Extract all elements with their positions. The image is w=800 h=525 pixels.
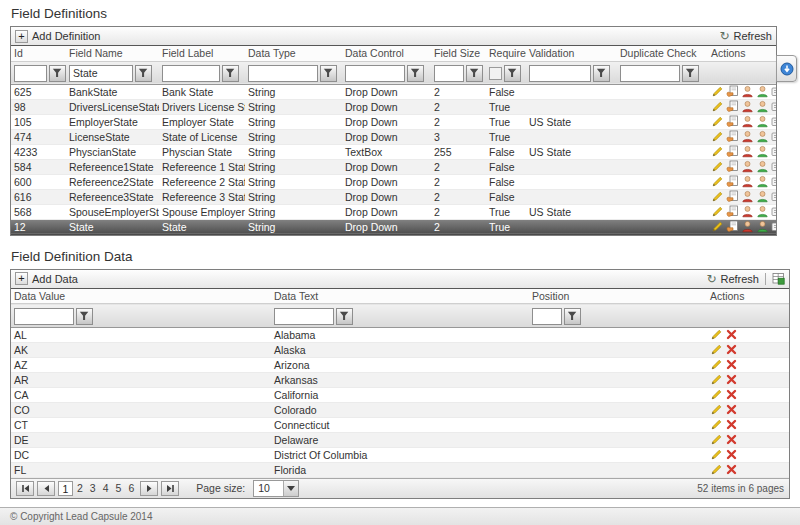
- duplicate-check-filter-input[interactable]: [620, 65, 680, 82]
- field-label-filter-input[interactable]: [162, 65, 220, 82]
- notes-icon[interactable]: [771, 145, 776, 158]
- add-lead-icon[interactable]: [756, 190, 769, 203]
- pager-page-2[interactable]: 2: [74, 482, 86, 494]
- add-lead-icon[interactable]: [756, 175, 769, 188]
- first-page-button[interactable]: [16, 481, 34, 496]
- data-row[interactable]: CO Colorado: [11, 402, 789, 417]
- edit-icon[interactable]: [710, 328, 723, 341]
- data-row[interactable]: AZ Arizona: [11, 357, 789, 372]
- add-lead-icon[interactable]: [756, 85, 769, 98]
- col-data-control[interactable]: Data Control: [342, 46, 431, 61]
- edit-icon[interactable]: [711, 145, 724, 158]
- add-lead-icon[interactable]: [756, 115, 769, 128]
- remove-lead-icon[interactable]: [741, 220, 754, 233]
- data-row[interactable]: AR Arkansas: [11, 372, 789, 387]
- delete-icon[interactable]: [725, 433, 738, 446]
- edit-icon[interactable]: [710, 373, 723, 386]
- edit-icon[interactable]: [710, 448, 723, 461]
- data-value-filter-input[interactable]: [14, 308, 74, 325]
- edit-icon[interactable]: [711, 100, 724, 113]
- data-text-filter-input[interactable]: [274, 308, 334, 325]
- add-lead-icon[interactable]: [756, 220, 769, 233]
- data-control-filter-icon[interactable]: [407, 65, 424, 82]
- delete-icon[interactable]: [725, 373, 738, 386]
- prev-page-button[interactable]: [37, 481, 55, 496]
- delete-icon[interactable]: [725, 358, 738, 371]
- edit-icon[interactable]: [710, 343, 723, 356]
- delete-icon[interactable]: [725, 463, 738, 476]
- copy-icon[interactable]: [726, 160, 739, 173]
- panel-toggle-tab[interactable]: [776, 55, 797, 82]
- field-label-filter-icon[interactable]: [222, 65, 239, 82]
- edit-icon[interactable]: [710, 463, 723, 476]
- validation-filter-icon[interactable]: [593, 65, 610, 82]
- col-duplicate-check[interactable]: Duplicate Check: [617, 46, 708, 61]
- pager-page-5[interactable]: 5: [113, 482, 125, 494]
- data-row[interactable]: DC District Of Columbia: [11, 447, 789, 462]
- page-size-select[interactable]: 10: [253, 480, 299, 497]
- edit-icon[interactable]: [710, 433, 723, 446]
- add-definition-button[interactable]: + Add Definition: [15, 30, 101, 43]
- notes-icon[interactable]: [771, 205, 776, 218]
- copy-icon[interactable]: [726, 175, 739, 188]
- edit-icon[interactable]: [710, 388, 723, 401]
- remove-lead-icon[interactable]: [741, 145, 754, 158]
- col-data-type[interactable]: Data Type: [245, 46, 342, 61]
- next-page-button[interactable]: [140, 481, 158, 496]
- edit-icon[interactable]: [710, 403, 723, 416]
- pager-page-3[interactable]: 3: [87, 482, 99, 494]
- copy-icon[interactable]: [726, 220, 739, 233]
- data-row[interactable]: FL Florida: [11, 462, 789, 477]
- delete-icon[interactable]: [725, 328, 738, 341]
- data-row[interactable]: AK Alaska: [11, 342, 789, 357]
- definition-row[interactable]: 4233 PhyscianState Physcian State String…: [11, 144, 776, 159]
- definition-row[interactable]: 474 LicenseState State of License String…: [11, 129, 776, 144]
- col-required[interactable]: Required: [486, 46, 526, 61]
- delete-icon[interactable]: [725, 403, 738, 416]
- notes-icon[interactable]: [771, 85, 776, 98]
- data-refresh-button[interactable]: ↻ Refresh: [706, 273, 759, 285]
- remove-lead-icon[interactable]: [741, 160, 754, 173]
- edit-icon[interactable]: [711, 160, 724, 173]
- export-excel-icon[interactable]: [772, 272, 785, 285]
- edit-icon[interactable]: [711, 130, 724, 143]
- definition-row[interactable]: 625 BankState Bank State String Drop Dow…: [11, 84, 776, 99]
- edit-icon[interactable]: [711, 205, 724, 218]
- duplicate-check-filter-icon[interactable]: [682, 65, 699, 82]
- definitions-refresh-button[interactable]: ↻ Refresh: [719, 30, 772, 42]
- copy-icon[interactable]: [726, 100, 739, 113]
- edit-icon[interactable]: [711, 220, 724, 233]
- field-name-filter-icon[interactable]: [135, 65, 152, 82]
- notes-icon[interactable]: [771, 130, 776, 143]
- delete-icon[interactable]: [725, 388, 738, 401]
- definition-row[interactable]: 12 State State String Drop Down 2 True: [11, 219, 776, 234]
- data-value-filter-icon[interactable]: [76, 308, 93, 325]
- col-field-size[interactable]: Field Size: [431, 46, 486, 61]
- definition-row[interactable]: 105 EmployerState Employer State String …: [11, 114, 776, 129]
- remove-lead-icon[interactable]: [741, 100, 754, 113]
- pager-page-1[interactable]: 1: [58, 481, 73, 496]
- delete-icon[interactable]: [725, 448, 738, 461]
- pager-page-6[interactable]: 6: [125, 482, 137, 494]
- position-filter-icon[interactable]: [564, 308, 581, 325]
- remove-lead-icon[interactable]: [741, 85, 754, 98]
- id-filter-input[interactable]: [14, 65, 47, 82]
- pager-page-4[interactable]: 4: [100, 482, 112, 494]
- col-data-text[interactable]: Data Text: [271, 289, 529, 304]
- notes-icon[interactable]: [771, 115, 776, 128]
- add-lead-icon[interactable]: [756, 160, 769, 173]
- data-type-filter-icon[interactable]: [320, 65, 337, 82]
- data-text-filter-icon[interactable]: [336, 308, 353, 325]
- copy-icon[interactable]: [726, 115, 739, 128]
- definition-row[interactable]: 98 DriversLicenseState Drivers License S…: [11, 99, 776, 114]
- delete-icon[interactable]: [725, 418, 738, 431]
- required-filter-checkbox[interactable]: [489, 67, 502, 80]
- copy-icon[interactable]: [726, 145, 739, 158]
- notes-icon[interactable]: [771, 190, 776, 203]
- data-row[interactable]: DE Delaware: [11, 432, 789, 447]
- add-lead-icon[interactable]: [756, 130, 769, 143]
- col-id[interactable]: Id: [11, 46, 66, 61]
- delete-icon[interactable]: [725, 343, 738, 356]
- copy-icon[interactable]: [726, 190, 739, 203]
- remove-lead-icon[interactable]: [741, 130, 754, 143]
